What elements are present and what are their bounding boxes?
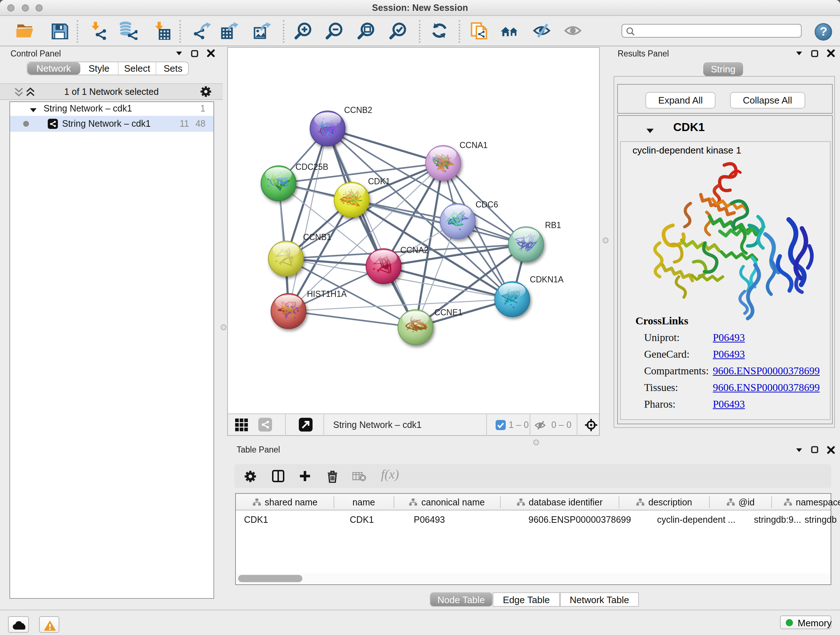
svg-text:RB1: RB1 [545,220,561,230]
svg-text:CCNB2: CCNB2 [344,105,373,114]
svg-text:CCNE1: CCNE1 [434,307,463,317]
svg-text:CDKN1A: CDKN1A [530,274,564,284]
svg-text:CDK1: CDK1 [368,176,390,186]
svg-text:HIST1H1A: HIST1H1A [307,289,347,298]
svg-text:CDC25B: CDC25B [296,162,329,171]
svg-text:CDC6: CDC6 [476,200,499,209]
svg-text:CCNA2: CCNA2 [401,245,429,255]
svg-text:CCNA1: CCNA1 [460,140,488,149]
svg-text:CCNB1: CCNB1 [303,232,332,241]
